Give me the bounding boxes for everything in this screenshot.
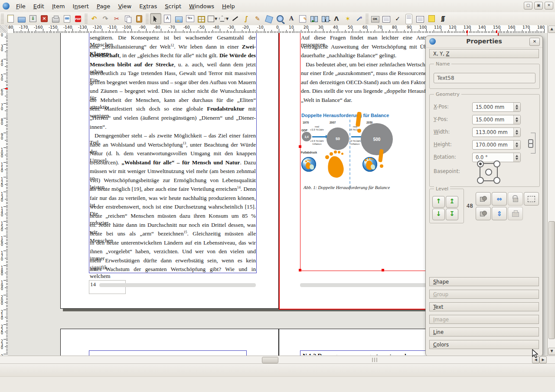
basepoint-bottomright[interactable]	[493, 177, 500, 184]
basepoint-selector[interactable]	[480, 163, 498, 181]
eye-dropper-button[interactable]	[354, 13, 364, 24]
level-up-button[interactable]: ↑	[432, 196, 445, 208]
spin-arrows-icon[interactable]	[513, 103, 520, 111]
name-field[interactable]: Text58	[434, 73, 535, 83]
menu-item[interactable]: Item	[48, 2, 69, 11]
spin-arrows-icon[interactable]	[513, 128, 520, 137]
undo-button[interactable]: ↶	[89, 13, 99, 24]
copy-item-properties-button[interactable]: ✶	[343, 13, 353, 24]
unlink-text-frames-button[interactable]: ◄►	[320, 13, 330, 24]
scrollbar-grip[interactable]	[372, 358, 378, 362]
preflight-verifier-button[interactable]: oo	[62, 13, 72, 24]
pdf-checkbox-button[interactable]: ✓	[392, 13, 403, 24]
pdf-annotation-button[interactable]	[426, 13, 437, 24]
open-document-button[interactable]	[16, 13, 27, 24]
toggle-printing-button[interactable]	[508, 207, 523, 220]
basepoint-center[interactable]	[485, 169, 492, 176]
width-spinbox[interactable]: 113.000 mm	[472, 127, 521, 137]
insert-line-button[interactable]	[230, 13, 240, 24]
ruler-tick	[360, 30, 360, 33]
pdf-text-field-button[interactable]	[381, 13, 392, 24]
select-item-button[interactable]	[150, 13, 161, 24]
menu-extras[interactable]: Extras	[135, 2, 161, 11]
pdf-list-box-button[interactable]	[415, 13, 425, 24]
pdf-link-annotation-button[interactable]: ʃʃ	[437, 13, 448, 24]
menu-help[interactable]: Help	[218, 2, 239, 11]
print-document-button[interactable]	[50, 13, 61, 24]
height-spinbox[interactable]: 170.000 mm	[472, 140, 521, 150]
insert-shape-button[interactable]: ▼	[207, 13, 218, 24]
menu-page[interactable]: Page	[93, 2, 114, 11]
spin-arrows-icon[interactable]	[513, 153, 520, 162]
level-to-bottom-button[interactable]: ↧	[446, 209, 458, 220]
close-document-button[interactable]: ×	[39, 13, 49, 24]
link-text-frames-button[interactable]: ►	[309, 13, 319, 24]
menu-view[interactable]: View	[114, 2, 135, 11]
window-close-button[interactable]: ✕	[545, 2, 553, 10]
redo-button[interactable]: ↷	[100, 13, 111, 24]
menu-edit[interactable]: Edit	[29, 2, 48, 11]
scroll-up-button[interactable]: ▲	[548, 26, 555, 33]
horizontal-scroll-thumb[interactable]	[262, 357, 278, 363]
rotate-item-button[interactable]	[264, 13, 274, 24]
menu-insert[interactable]: Insert	[69, 2, 93, 11]
export-pdf-button[interactable]: PDF	[73, 13, 83, 24]
menu-file[interactable]: File	[12, 2, 29, 11]
scroll-down-button[interactable]: ▼	[548, 348, 555, 355]
spin-arrows-icon[interactable]	[513, 115, 520, 124]
panel-close-button[interactable]: ✕	[529, 38, 540, 46]
vertical-scroll-thumb[interactable]	[548, 221, 555, 339]
new-document-button[interactable]	[5, 13, 16, 24]
window-minimize-button[interactable]: ▢	[524, 2, 532, 10]
flip-vertical-button[interactable]: ⇕	[492, 207, 507, 220]
menu-script[interactable]: Script	[161, 2, 185, 11]
insert-image-frame-button[interactable]	[173, 13, 184, 24]
basepoint-topleft[interactable]	[477, 160, 484, 167]
lock-size-button[interactable]	[524, 192, 539, 206]
section-colors[interactable]: Colors	[429, 340, 539, 349]
section-shape[interactable]: Shape	[429, 277, 539, 286]
cut-button[interactable]: ✂	[111, 13, 122, 24]
basepoint-bottomleft[interactable]	[477, 177, 484, 184]
menu-windows[interactable]: Windows	[185, 2, 218, 11]
insert-table-button[interactable]	[196, 13, 206, 24]
horizontal-scrollbar[interactable]: ◀ ▶	[0, 356, 555, 364]
basepoint-topright[interactable]	[493, 160, 500, 167]
insert-freehand-line-button[interactable]: ✎	[252, 13, 263, 24]
pdf-combo-box-button[interactable]	[404, 13, 414, 24]
insert-text-frame-button[interactable]: A	[162, 13, 173, 24]
text-frame-page16[interactable]	[89, 350, 247, 356]
vertical-scrollbar[interactable]: ▲ ▼	[547, 25, 555, 356]
insert-polygon-button[interactable]: ▼	[219, 13, 229, 24]
section-xyz[interactable]: X, Y, Z	[429, 49, 539, 58]
story-editor-button[interactable]	[297, 13, 308, 24]
copy-button[interactable]	[123, 13, 133, 24]
window-maximize-button[interactable]: ▣	[534, 2, 543, 10]
text-line: als heute möglich [19], aber auch eine f…	[90, 186, 256, 193]
flip-group-v-button[interactable]	[476, 207, 491, 220]
insert-render-frame-button[interactable]: Tex	[185, 13, 195, 24]
paste-button[interactable]	[134, 13, 144, 24]
x-pos-spinbox[interactable]: 15.000 mm	[472, 102, 521, 112]
insert-bezier-curve-button[interactable]: ∫	[241, 13, 251, 24]
section-text[interactable]: Text	[429, 302, 539, 311]
section-line[interactable]: Line	[429, 327, 539, 336]
level-down-button[interactable]: ↓	[432, 209, 445, 220]
scroll-right-button[interactable]: ▶	[539, 356, 547, 363]
link-width-height-icon[interactable]	[531, 133, 535, 154]
horizontal-ruler[interactable]: -180-170-160-150-140-130-120-110-100-90-…	[8, 25, 555, 33]
level-to-top-button[interactable]: ↥	[446, 196, 458, 208]
vertical-ruler[interactable]: 2030405060708090100110120130140150160170…	[0, 33, 8, 356]
y-pos-spinbox[interactable]: 15.000 mm	[472, 115, 521, 124]
lock-object-button[interactable]	[508, 192, 523, 206]
edit-contents-button[interactable]: A	[286, 13, 297, 24]
save-document-button[interactable]: ⇓	[28, 13, 38, 24]
selection-handle-bottomleft[interactable]	[299, 269, 301, 271]
spin-arrows-icon[interactable]	[513, 140, 520, 149]
pdf-push-button-button[interactable]: OK	[370, 13, 380, 24]
measurements-button[interactable]: Λ	[331, 13, 342, 24]
zoom-button[interactable]	[275, 13, 285, 24]
flip-group-h-button[interactable]	[476, 192, 491, 206]
flip-horizontal-button[interactable]: ⇔	[492, 192, 507, 206]
selection-handle-bottommid[interactable]	[382, 269, 384, 271]
